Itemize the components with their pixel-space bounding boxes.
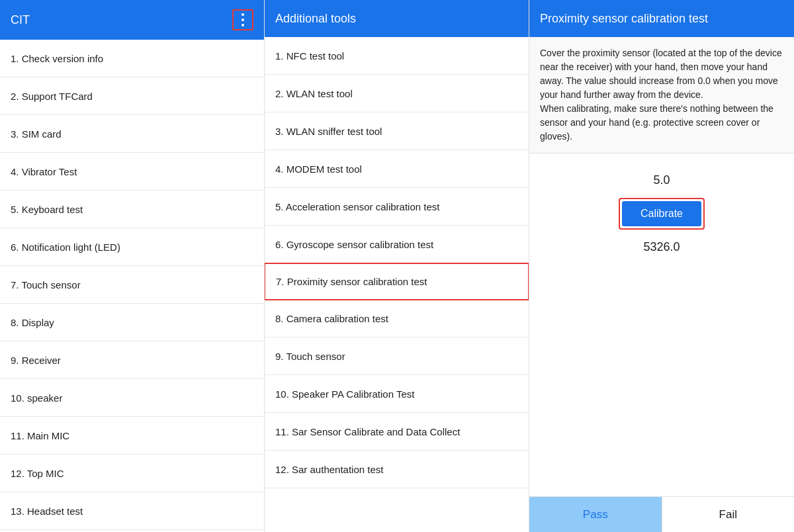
list-item[interactable]: 1. NFC test tool	[265, 37, 529, 75]
list-item[interactable]: 10. Speaker PA Calibration Test	[265, 375, 529, 413]
left-list: 1. Check version info2. Support TFCard3.…	[0, 40, 264, 532]
right-description: Cover the proximity sensor (located at t…	[529, 37, 794, 154]
three-dot-menu-button[interactable]	[232, 9, 253, 30]
list-item[interactable]: 12. Top MIC	[0, 455, 264, 492]
list-item[interactable]: 6. Notification light (LED)	[0, 228, 264, 266]
list-item[interactable]: 4. MODEM test tool	[265, 150, 529, 188]
middle-title: Additional tools	[275, 12, 356, 26]
list-item[interactable]: 11. Sar Sensor Calibrate and Data Collec…	[265, 413, 529, 451]
list-item[interactable]: 2. Support TFCard	[0, 77, 264, 115]
list-item[interactable]: 3. WLAN sniffer test tool	[265, 112, 529, 150]
list-item[interactable]: 9. Receiver	[0, 341, 264, 379]
list-item[interactable]: 10. speaker	[0, 379, 264, 417]
middle-column: Additional tools 1. NFC test tool2. WLAN…	[265, 0, 529, 532]
list-item[interactable]: 2. WLAN test tool	[265, 75, 529, 112]
right-content: 5.0 Calibrate 5326.0	[529, 154, 794, 496]
list-item[interactable]: 12. Sar authentation test	[265, 451, 529, 488]
right-column: Proximity sensor calibration test Cover …	[529, 0, 794, 532]
left-header: CIT	[0, 0, 264, 40]
list-item[interactable]: 13. Headset test	[0, 492, 264, 530]
three-dot-icon	[242, 13, 244, 27]
bottom-action-buttons: Pass Fail	[529, 496, 794, 532]
calibrate-button[interactable]: Calibrate	[622, 201, 701, 226]
right-header: Proximity sensor calibration test	[529, 0, 794, 37]
calibrate-result-value: 5326.0	[643, 240, 680, 254]
pass-button[interactable]: Pass	[529, 497, 662, 532]
list-item[interactable]: 9. Touch sensor	[265, 337, 529, 375]
list-item[interactable]: 4. Vibrator Test	[0, 153, 264, 191]
list-item[interactable]: 6. Gyroscope sensor calibration test	[265, 226, 529, 263]
left-column: CIT 1. Check version info2. Support TFCa…	[0, 0, 265, 532]
sensor-value-display: 5.0	[653, 173, 670, 187]
list-item[interactable]: 5. Keyboard test	[0, 191, 264, 228]
list-item[interactable]: 11. Main MIC	[0, 417, 264, 455]
fail-button[interactable]: Fail	[662, 497, 795, 532]
list-item[interactable]: 7. Proximity sensor calibration test	[265, 263, 529, 300]
list-item[interactable]: 1. Check version info	[0, 40, 264, 77]
list-item[interactable]: 5. Acceleration sensor calibration test	[265, 188, 529, 226]
list-item[interactable]: 3. SIM card	[0, 115, 264, 153]
list-item[interactable]: 8. Camera calibration test	[265, 300, 529, 337]
left-title: CIT	[11, 13, 30, 27]
description-text: Cover the proximity sensor (located at t…	[540, 48, 782, 142]
calibrate-button-wrapper: Calibrate	[619, 198, 705, 230]
right-title: Proximity sensor calibration test	[540, 12, 708, 26]
middle-header: Additional tools	[265, 0, 529, 37]
list-item[interactable]: 8. Display	[0, 304, 264, 341]
middle-list: 1. NFC test tool2. WLAN test tool3. WLAN…	[265, 37, 529, 532]
list-item[interactable]: 7. Touch sensor	[0, 266, 264, 304]
